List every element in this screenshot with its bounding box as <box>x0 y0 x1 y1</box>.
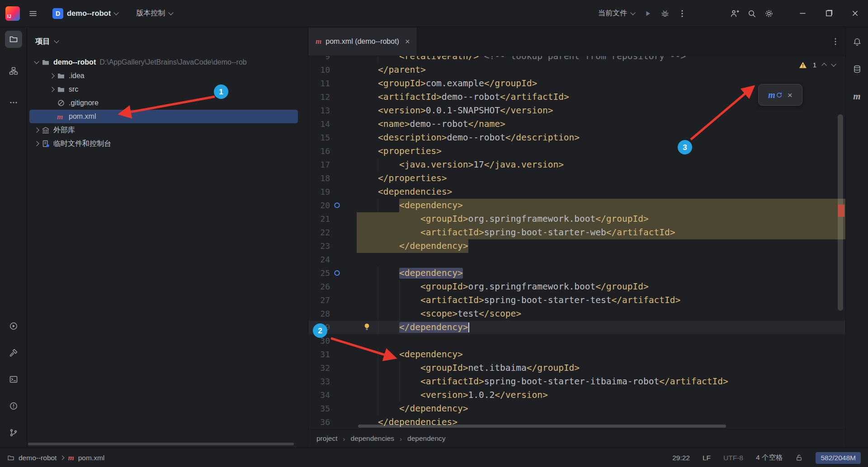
code-line-content[interactable]: <dependency> <box>357 348 845 361</box>
code-line-9[interactable]: 9 <relativePath/> <!-- lookup parent fro… <box>308 56 845 63</box>
notifications-button[interactable] <box>849 33 866 51</box>
code-line-27[interactable]: 27 <artifactId>spring-boot-starter-test<… <box>308 294 845 307</box>
code-line-content[interactable]: <name>demo--robot</name> <box>357 117 845 131</box>
breadcrumb-dependency[interactable]: dependency <box>407 434 445 443</box>
more-tool-windows-button[interactable] <box>5 94 22 111</box>
gutter-line-17[interactable]: 17 <box>308 158 357 172</box>
gutter-line-12[interactable]: 12 <box>308 90 357 104</box>
project-panel-header[interactable]: 项目 <box>27 27 308 56</box>
code-line-19[interactable]: 19 <dependencies> <box>308 185 845 199</box>
code-line-32[interactable]: 32 <groupId>net.itbaima</groupId> <box>308 361 845 375</box>
tool-build-button[interactable] <box>5 344 22 361</box>
main-menu-button[interactable] <box>24 5 42 22</box>
gutter-line-13[interactable]: 13 <box>308 104 357 117</box>
close-button[interactable] <box>842 0 868 27</box>
indent-widget[interactable]: 4 个空格 <box>756 453 783 462</box>
code-line-34[interactable]: 34 <version>1.0.2</version> <box>308 388 845 402</box>
tool-services-button[interactable] <box>5 318 22 335</box>
code-line-30[interactable]: 30 <box>308 334 845 348</box>
gutter-line-28[interactable]: 28 <box>308 307 357 321</box>
code-line-31[interactable]: 31 <dependency> <box>308 348 845 361</box>
maven-dependency-gutter-icon[interactable] <box>334 270 340 276</box>
code-line-20[interactable]: 20 <dependency> <box>308 199 845 212</box>
code-line-content[interactable]: </dependency> <box>357 239 845 253</box>
code-line-26[interactable]: 26 <groupId>org.springframework.boot</gr… <box>308 280 845 294</box>
breadcrumb-project[interactable]: project <box>316 434 338 443</box>
code-line-content[interactable]: <java.version>17</java.version> <box>357 158 845 172</box>
code-line-content[interactable]: <artifactId>spring-boot-starter-web</art… <box>357 226 845 239</box>
tree-item-.idea[interactable]: .idea <box>27 69 308 83</box>
code-line-35[interactable]: 35 </dependency> <box>308 402 845 416</box>
code-line-18[interactable]: 18 </properties> <box>308 172 845 185</box>
code-line-28[interactable]: 28 <scope>test</scope> <box>308 307 845 321</box>
tree-item-.gitignore[interactable]: .gitignore <box>27 96 308 110</box>
chevron-right-icon[interactable] <box>49 87 54 92</box>
code-line-content[interactable]: <groupId>net.itbaima</groupId> <box>357 361 845 375</box>
code-line-17[interactable]: 17 <java.version>17</java.version> <box>308 158 845 172</box>
code-line-24[interactable]: 24 <box>308 253 845 266</box>
code-line-content[interactable]: </parent> <box>357 63 845 77</box>
code-line-22[interactable]: 22 <artifactId>spring-boot-starter-web</… <box>308 226 845 239</box>
tool-structure-button[interactable] <box>5 62 22 79</box>
vcs-widget[interactable]: 版本控制 <box>132 6 177 21</box>
gutter-line-14[interactable]: 14 <box>308 117 357 131</box>
code-line-content[interactable]: <version>1.0.2</version> <box>357 388 845 402</box>
gutter-line-30[interactable]: 30 <box>308 334 357 348</box>
tree-item--[interactable]: 临时文件和控制台 <box>27 137 308 150</box>
gutter-line-10[interactable]: 10 <box>308 63 357 77</box>
code-line-content[interactable]: </dependency> <box>357 402 845 416</box>
code-line-content[interactable]: <dependency> <box>357 266 845 280</box>
code-line-16[interactable]: 16 <properties> <box>308 145 845 158</box>
tree-item-demo--robot[interactable]: demo--robotD:\AppGallery\JetBrains\JavaC… <box>27 56 308 69</box>
gutter-line-18[interactable]: 18 <box>308 172 357 185</box>
caret-position-widget[interactable]: 29:22 <box>672 454 690 462</box>
maximize-button[interactable] <box>816 0 842 27</box>
gutter-line-22[interactable]: 22 <box>308 226 357 239</box>
run-configuration-widget[interactable]: 当前文件 <box>594 6 639 21</box>
tool-problems-button[interactable] <box>5 397 22 415</box>
code-line-content[interactable]: <groupId>org.springframework.boot</group… <box>357 280 845 294</box>
code-line-content[interactable]: <version>0.0.1-SNAPSHOT</version> <box>357 104 845 117</box>
chevron-down-icon[interactable] <box>831 61 836 66</box>
code-line-content[interactable]: <properties> <box>357 145 845 158</box>
debug-button[interactable] <box>656 5 674 22</box>
code-line-content[interactable]: <dependencies> <box>357 185 845 199</box>
code-line-content[interactable]: <artifactId>spring-boot-starter-test</ar… <box>357 294 845 307</box>
tool-project-button[interactable] <box>5 31 22 48</box>
encoding-widget[interactable]: UTF-8 <box>723 454 743 462</box>
tree-item-pom.xml[interactable]: mpom.xml <box>29 110 298 123</box>
gutter-line-27[interactable]: 27 <box>308 294 357 307</box>
line-separator-widget[interactable]: LF <box>703 454 711 462</box>
code-line-content[interactable]: <description>demo--robot</description> <box>357 131 845 145</box>
tool-database-button[interactable] <box>849 61 866 78</box>
code-line-21[interactable]: 21 <groupId>org.springframework.boot</gr… <box>308 212 845 226</box>
more-actions-button[interactable] <box>674 5 691 22</box>
chevron-right-icon[interactable] <box>49 73 54 78</box>
editor-options-button[interactable] <box>831 37 840 46</box>
maven-reload-button[interactable]: m <box>768 90 782 99</box>
nav-file[interactable]: pom.xml <box>78 454 105 462</box>
readonly-lock-icon[interactable] <box>795 454 803 462</box>
gutter-line-19[interactable]: 19 <box>308 185 357 199</box>
gutter-line-21[interactable]: 21 <box>308 212 357 226</box>
gutter-line-35[interactable]: 35 <box>308 402 357 416</box>
code-line-content[interactable] <box>357 253 845 266</box>
code-line-content[interactable]: <scope>test</scope> <box>357 307 845 321</box>
editor-tab-pom-xml[interactable]: m pom.xml (demo--robot) × <box>308 28 417 56</box>
gutter-line-23[interactable]: 23 <box>308 239 357 253</box>
gutter-line-25[interactable]: 25 <box>308 266 357 280</box>
code-line-content[interactable] <box>357 334 845 348</box>
code-line-14[interactable]: 14 <name>demo--robot</name> <box>308 117 845 131</box>
code-line-10[interactable]: 10 </parent> <box>308 63 845 77</box>
gutter-line-26[interactable]: 26 <box>308 280 357 294</box>
code-line-content[interactable]: <artifactId>spring-boot-starter-itbaima-… <box>357 375 845 388</box>
gutter-line-15[interactable]: 15 <box>308 131 357 145</box>
gutter-line-36[interactable]: 36 <box>308 416 357 429</box>
run-button[interactable] <box>639 5 656 22</box>
code-line-13[interactable]: 13 <version>0.0.1-SNAPSHOT</version> <box>308 104 845 117</box>
inspections-widget[interactable]: 1 <box>799 61 835 69</box>
tool-version-control-button[interactable] <box>5 424 22 441</box>
intention-bulb-icon[interactable] <box>363 323 371 331</box>
code-line-content[interactable]: </properties> <box>357 172 845 185</box>
tool-maven-button[interactable]: m <box>849 88 866 105</box>
